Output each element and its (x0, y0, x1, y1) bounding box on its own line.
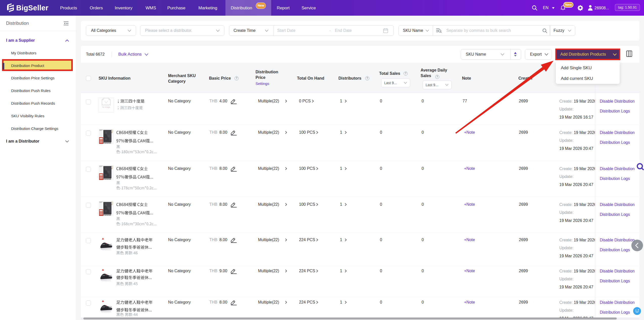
svg-text:No Image: No Image (102, 106, 110, 108)
